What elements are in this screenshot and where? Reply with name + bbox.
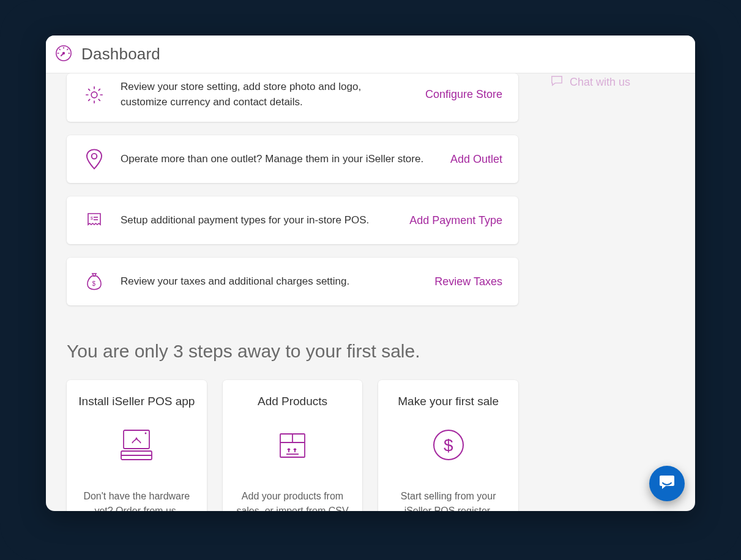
setup-card-add-outlet: Operate more than one outlet? Manage the… [67,135,518,183]
setup-card-configure-store: Review your store setting, add store pho… [67,73,518,122]
review-taxes-link[interactable]: Review Taxes [434,275,502,288]
pin-icon [83,147,106,171]
chat-with-us-label: Chat with us [570,76,630,89]
step-card-first-sale[interactable]: Make your first sale $ Start selling fro… [378,380,518,511]
step-desc: Start selling from your iSeller POS regi… [389,489,507,511]
setup-card-add-payment-type: $ Setup additional payment types for you… [67,196,518,244]
dollar-circle-icon: $ [429,425,468,465]
setup-card-desc: Review your taxes and additional charges… [121,274,420,289]
setup-card-review-taxes: $ Review your taxes and additional charg… [67,258,518,305]
main-area: Review your store setting, add store pho… [46,73,539,511]
steps-grid: Install iSeller POS app Don't have the h… [67,380,518,511]
add-payment-type-link[interactable]: Add Payment Type [409,214,502,227]
steps-section-title: You are only 3 steps away to your first … [67,341,518,362]
configure-store-link[interactable]: Configure Store [425,88,502,101]
step-title: Make your first sale [398,395,499,408]
right-panel: Chat with us [539,73,695,511]
svg-line-4 [67,48,68,50]
svg-text:$: $ [92,280,96,287]
step-title: Add Products [258,395,327,408]
svg-text:$: $ [91,216,93,220]
page-title: Dashboard [81,45,160,64]
svg-text:$: $ [444,436,453,455]
svg-point-8 [91,92,97,98]
svg-line-7 [61,53,64,56]
step-card-add-products[interactable]: Add Products Add your products [223,380,363,511]
setup-cards-stack: Review your store setting, add store pho… [67,73,518,305]
svg-line-5 [59,48,61,50]
step-card-install-app[interactable]: Install iSeller POS app Don't have the h… [67,380,207,511]
chat-fab-icon [658,474,676,493]
step-desc: Add your products from sales, or import … [234,489,352,511]
app-window: Dashboard Review your store setting, add… [46,35,695,511]
receipt-icon: $ [83,209,106,232]
add-outlet-link[interactable]: Add Outlet [450,153,502,166]
setup-card-desc: Review your store setting, add store pho… [121,80,411,110]
chat-bubble-icon [550,75,564,90]
svg-point-9 [92,154,97,159]
device-frame: Dashboard Review your store setting, add… [0,0,741,560]
step-title: Install iSeller POS app [78,395,195,408]
money-bag-icon: $ [83,270,106,293]
package-box-icon [273,425,312,465]
dashboard-icon [54,44,73,65]
setup-card-desc: Setup additional payment types for your … [121,213,395,228]
topbar: Dashboard [46,35,695,73]
pos-device-icon [117,425,156,465]
step-desc: Don't have the hardware yet? Order from … [78,489,196,511]
svg-point-15 [145,433,147,435]
setup-card-desc: Operate more than one outlet? Manage the… [121,152,436,167]
content-row: Review your store setting, add store pho… [46,73,695,511]
gear-icon [83,83,106,106]
intercom-chat-fab[interactable] [649,466,685,501]
chat-with-us-link[interactable]: Chat with us [539,75,695,90]
